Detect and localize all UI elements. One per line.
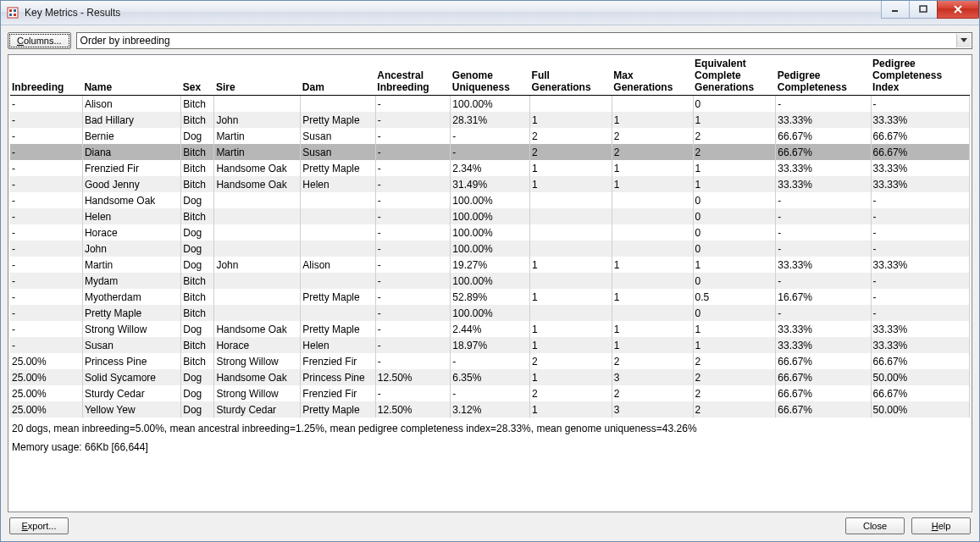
table-row[interactable]: 25.00%Solid SycamoreDogHandsome OakPrinc… [10, 369, 970, 385]
col-inbreeding[interactable]: Inbreeding [10, 57, 82, 96]
table-row[interactable]: -JohnDog-100.00%0-- [10, 241, 970, 257]
cell-pci: - [871, 241, 969, 257]
cell-name: Solid Sycamore [82, 369, 180, 385]
col-fg[interactable]: Full Generations [530, 57, 612, 96]
cell-pc: 66.67% [776, 385, 871, 401]
table-row[interactable]: -Pretty MapleBitch-100.00%0-- [10, 305, 970, 321]
table-row[interactable]: 25.00%Sturdy CedarDogStrong WillowFrenzi… [10, 385, 970, 401]
cell-pc: 33.33% [776, 160, 871, 176]
columns-button[interactable]: Columns... [8, 32, 71, 49]
cell-dam [301, 273, 376, 289]
col-pci[interactable]: Pedigree Completeness Index [871, 57, 969, 96]
col-pc[interactable]: Pedigree Completeness [776, 57, 871, 96]
cell-pci: 50.00% [871, 401, 969, 418]
col-sire[interactable]: Sire [214, 57, 301, 96]
cell-sire: Horace [214, 337, 301, 353]
col-ecg[interactable]: Equivalent Complete Generations [693, 57, 776, 96]
cell-pci: 66.67% [871, 128, 969, 144]
cell-ecg: 1 [693, 337, 776, 353]
maximize-button[interactable] [909, 1, 938, 19]
results-table[interactable]: InbreedingNameSexSireDamAncestral Inbree… [10, 57, 970, 418]
cell-ecg: 0.5 [693, 289, 776, 305]
cell-ecg: 2 [693, 128, 776, 144]
table-row[interactable]: -MyotherdamBitchPretty Maple-52.89%110.5… [10, 289, 970, 305]
cell-inbreeding: 25.00% [10, 401, 82, 418]
table-row[interactable]: -MartinDogJohnAlison-19.27%11133.33%33.3… [10, 257, 970, 273]
cell-gu: 31.49% [451, 176, 530, 192]
col-gu[interactable]: Genome Uniqueness [451, 57, 530, 96]
table-row[interactable]: -DianaBitchMartinSusan--22266.67%66.67% [10, 144, 970, 160]
table-row[interactable]: -Frenzied FirBitchHandsome OakPretty Map… [10, 160, 970, 176]
table-row[interactable]: -HoraceDog-100.00%0-- [10, 224, 970, 241]
cell-inbreeding: 25.00% [10, 369, 82, 385]
cell-sex: Bitch [181, 96, 214, 113]
cell-mg [612, 224, 693, 241]
table-header-row: InbreedingNameSexSireDamAncestral Inbree… [10, 57, 970, 96]
col-mg[interactable]: Max Generations [612, 57, 693, 96]
cell-sire: Handsome Oak [214, 160, 301, 176]
cell-ecg: 0 [693, 224, 776, 241]
cell-fg [530, 96, 612, 113]
cell-ecg: 0 [693, 241, 776, 257]
cell-mg: 1 [612, 337, 693, 353]
cell-mg: 2 [612, 385, 693, 401]
cell-fg: 2 [530, 144, 612, 160]
client-area: Columns... Order by inbreeding Inbreedin… [1, 25, 979, 541]
col-dam[interactable]: Dam [301, 57, 376, 96]
cell-sire [214, 305, 301, 321]
table-row[interactable]: -Strong WillowDogHandsome OakPretty Mapl… [10, 321, 970, 337]
table-row[interactable]: 25.00%Yellow YewDogSturdy CedarPretty Ma… [10, 401, 970, 418]
table-row[interactable]: -HelenBitch-100.00%0-- [10, 208, 970, 224]
export-button[interactable]: Export... [9, 517, 69, 534]
cell-name: Mydam [82, 273, 180, 289]
order-combo[interactable]: Order by inbreeding [76, 32, 972, 49]
table-row[interactable]: -Handsome OakDog-100.00%0-- [10, 192, 970, 208]
cell-ecg: 1 [693, 160, 776, 176]
cell-ecg: 2 [693, 401, 776, 418]
cell-ai: - [375, 96, 451, 113]
table-row[interactable]: -Bad HillaryBitchJohnPretty Maple-28.31%… [10, 112, 970, 128]
cell-pc: 33.33% [776, 337, 871, 353]
cell-mg: 2 [612, 144, 693, 160]
help-button[interactable]: Help [911, 517, 971, 534]
cell-sex: Dog [181, 241, 214, 257]
col-sex[interactable]: Sex [181, 57, 214, 96]
table-row[interactable]: -MydamBitch-100.00%0-- [10, 273, 970, 289]
cell-fg [530, 273, 612, 289]
chevron-down-icon [956, 34, 971, 47]
col-ai[interactable]: Ancestral Inbreeding [375, 57, 451, 96]
cell-pci: - [871, 192, 969, 208]
cell-sire: Handsome Oak [214, 176, 301, 192]
cell-fg: 1 [530, 369, 612, 385]
table-row[interactable]: -SusanBitchHoraceHelen-18.97%11133.33%33… [10, 337, 970, 353]
col-name[interactable]: Name [82, 57, 180, 96]
cell-sire [214, 289, 301, 305]
cell-sex: Dog [181, 321, 214, 337]
cell-gu: - [451, 353, 530, 369]
table-row[interactable]: -Good JennyBitchHandsome OakHelen-31.49%… [10, 176, 970, 192]
cell-pci: - [871, 289, 969, 305]
table-row[interactable]: -BernieDogMartinSusan--22266.67%66.67% [10, 128, 970, 144]
table-row[interactable]: 25.00%Princess PineBitchStrong WillowFre… [10, 353, 970, 369]
table-row[interactable]: -AlisonBitch-100.00%0-- [10, 96, 970, 113]
cell-ecg: 1 [693, 112, 776, 128]
cell-pc: 66.67% [776, 369, 871, 385]
cell-fg [530, 192, 612, 208]
svg-rect-4 [14, 14, 16, 16]
cell-ai: 12.50% [375, 401, 451, 418]
minimize-button[interactable] [881, 1, 910, 19]
cell-name: Martin [82, 257, 180, 273]
cell-pci: - [871, 305, 969, 321]
close-button[interactable]: Close [845, 517, 905, 534]
cell-sire [214, 224, 301, 241]
cell-dam: Pretty Maple [301, 401, 376, 418]
cell-ecg: 1 [693, 176, 776, 192]
cell-ai: - [375, 337, 451, 353]
cell-mg: 1 [612, 289, 693, 305]
cell-ai: - [375, 385, 451, 401]
cell-name: Frenzied Fir [82, 160, 180, 176]
cell-fg [530, 224, 612, 241]
cell-dam [301, 305, 376, 321]
close-window-button[interactable] [937, 1, 979, 19]
cell-ai: - [375, 273, 451, 289]
